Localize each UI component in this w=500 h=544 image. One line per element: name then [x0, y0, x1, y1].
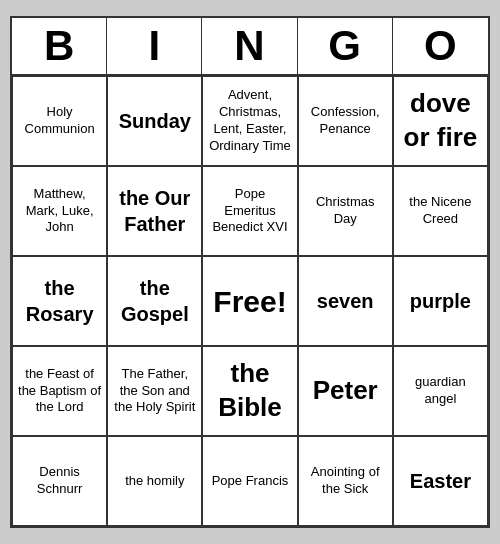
header-i: I: [107, 18, 202, 74]
bingo-card: B I N G O Holy CommunionSundayAdvent, Ch…: [10, 16, 490, 528]
header-n: N: [202, 18, 297, 74]
bingo-cell-9: the Nicene Creed: [393, 166, 488, 256]
bingo-cell-1: Sunday: [107, 76, 202, 166]
bingo-cell-21: the homily: [107, 436, 202, 526]
bingo-cell-18: Peter: [298, 346, 393, 436]
bingo-cell-20: Dennis Schnurr: [12, 436, 107, 526]
bingo-cell-11: the Gospel: [107, 256, 202, 346]
bingo-cell-19: guardian angel: [393, 346, 488, 436]
bingo-cell-14: purple: [393, 256, 488, 346]
bingo-cell-4: dove or fire: [393, 76, 488, 166]
header-b: B: [12, 18, 107, 74]
bingo-header: B I N G O: [12, 18, 488, 76]
bingo-cell-8: Christmas Day: [298, 166, 393, 256]
bingo-cell-16: The Father, the Son and the Holy Spirit: [107, 346, 202, 436]
bingo-cell-10: the Rosary: [12, 256, 107, 346]
bingo-cell-22: Pope Francis: [202, 436, 297, 526]
bingo-cell-23: Anointing of the Sick: [298, 436, 393, 526]
bingo-cell-24: Easter: [393, 436, 488, 526]
bingo-cell-3: Confession, Penance: [298, 76, 393, 166]
bingo-cell-12: Free!: [202, 256, 297, 346]
bingo-cell-0: Holy Communion: [12, 76, 107, 166]
bingo-cell-7: Pope Emeritus Benedict XVI: [202, 166, 297, 256]
bingo-cell-6: the Our Father: [107, 166, 202, 256]
header-o: O: [393, 18, 488, 74]
bingo-cell-15: the Feast of the Baptism of the Lord: [12, 346, 107, 436]
bingo-cell-13: seven: [298, 256, 393, 346]
bingo-grid: Holy CommunionSundayAdvent, Christmas, L…: [12, 76, 488, 526]
header-g: G: [298, 18, 393, 74]
bingo-cell-2: Advent, Christmas, Lent, Easter, Ordinar…: [202, 76, 297, 166]
bingo-cell-5: Matthew, Mark, Luke, John: [12, 166, 107, 256]
bingo-cell-17: the Bible: [202, 346, 297, 436]
